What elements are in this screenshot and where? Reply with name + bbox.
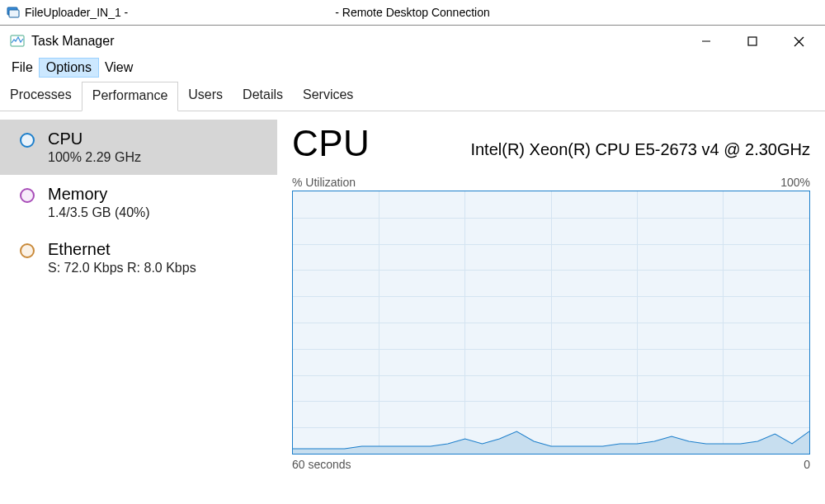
cpu-model: Intel(R) Xeon(R) CPU E5-2673 v4 @ 2.30GH… (403, 140, 810, 164)
sidebar-cpu-sub: 100% 2.29 GHz (48, 150, 141, 165)
graph-labels-top: % Utilization 100% (292, 176, 810, 189)
memory-icon (20, 188, 35, 203)
tm-title-bar: Task Manager (0, 26, 825, 57)
sidebar-item-memory[interactable]: Memory 1.4/3.5 GB (40%) (0, 175, 277, 230)
menu-view[interactable]: View (98, 59, 139, 77)
cpu-utilization-graph[interactable] (292, 191, 810, 455)
maximize-button[interactable] (729, 26, 776, 57)
menu-options[interactable]: Options (40, 59, 98, 77)
tab-details[interactable]: Details (233, 82, 293, 111)
menu-bar: File Options View (0, 57, 825, 82)
sidebar-memory-title: Memory (48, 185, 150, 204)
graph-labels-bottom: 60 seconds 0 (292, 458, 810, 471)
rdc-title-bar: FileUploader_IN_1 - - Remote Desktop Con… (0, 0, 825, 26)
sidebar-item-ethernet[interactable]: Ethernet S: 72.0 Kbps R: 8.0 Kbps (0, 230, 277, 285)
ethernet-icon (20, 243, 35, 258)
sidebar-memory-sub: 1.4/3.5 GB (40%) (48, 205, 150, 220)
cpu-icon (20, 133, 35, 148)
window-controls (683, 26, 822, 57)
cpu-trace (293, 412, 809, 454)
main-heading: CPU (292, 123, 370, 164)
rdc-icon (7, 6, 20, 19)
task-manager-icon (10, 34, 25, 49)
tab-services[interactable]: Services (293, 82, 363, 111)
graph-y-label: % Utilization (292, 176, 356, 189)
graph-x-left: 60 seconds (292, 458, 351, 471)
sidebar-ethernet-sub: S: 72.0 Kbps R: 8.0 Kbps (48, 261, 196, 276)
rdc-host-name: FileUploader_IN_1 - (25, 6, 128, 19)
graph-y-max: 100% (780, 176, 810, 189)
sidebar-item-cpu[interactable]: CPU 100% 2.29 GHz (0, 120, 277, 175)
tab-users[interactable]: Users (178, 82, 233, 111)
graph-x-right: 0 (804, 458, 810, 471)
rdc-app-title: - Remote Desktop Connection (335, 6, 490, 19)
menu-file[interactable]: File (5, 59, 40, 77)
app-title: Task Manager (31, 34, 683, 49)
performance-sidebar: CPU 100% 2.29 GHz Memory 1.4/3.5 GB (40%… (0, 111, 277, 502)
tab-processes[interactable]: Processes (0, 82, 82, 111)
svg-rect-4 (748, 37, 757, 45)
tab-strip: Processes Performance Users Details Serv… (0, 82, 825, 111)
performance-main: CPU Intel(R) Xeon(R) CPU E5-2673 v4 @ 2.… (277, 111, 825, 502)
sidebar-ethernet-title: Ethernet (48, 240, 196, 259)
tab-performance[interactable]: Performance (82, 82, 179, 111)
sidebar-cpu-title: CPU (48, 130, 141, 148)
close-button[interactable] (776, 26, 822, 57)
svg-rect-1 (9, 10, 19, 17)
minimize-button[interactable] (683, 26, 729, 57)
